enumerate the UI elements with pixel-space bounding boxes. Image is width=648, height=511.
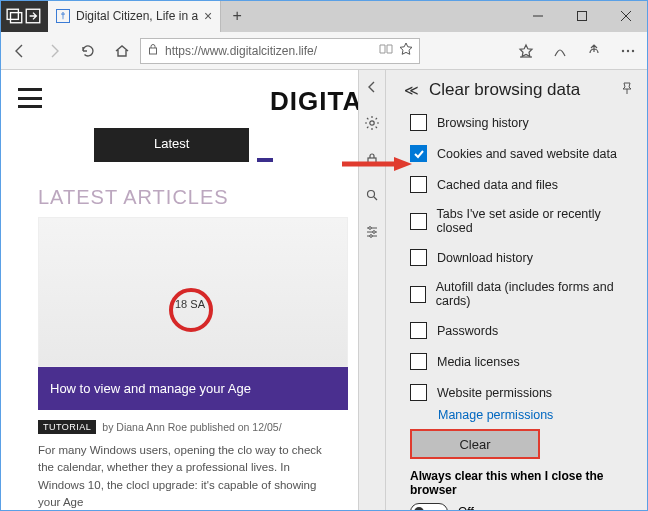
search-rail-icon[interactable] xyxy=(361,184,383,206)
pin-icon[interactable] xyxy=(620,81,634,99)
toggle-state: Off xyxy=(458,505,474,511)
hamburger-menu-icon[interactable] xyxy=(18,88,42,108)
window-controls xyxy=(516,0,648,32)
sliders-icon[interactable] xyxy=(361,220,383,242)
panel-back-icon[interactable]: ≪ xyxy=(404,82,419,98)
checkbox-label: Autofill data (includes forms and cards) xyxy=(436,280,634,308)
svg-rect-7 xyxy=(150,48,157,54)
checkbox-website-permissions[interactable]: Website permissions xyxy=(410,384,634,401)
checkbox-label: Cached data and files xyxy=(437,178,558,192)
tab-title: Digital Citizen, Life in a xyxy=(76,9,198,23)
chevron-left-icon[interactable] xyxy=(361,76,383,98)
url-text: https://www.digitalcitizen.life/ xyxy=(165,44,373,58)
refresh-button[interactable] xyxy=(72,35,104,67)
checkbox-icon[interactable] xyxy=(410,384,427,401)
checkbox-icon[interactable] xyxy=(410,114,427,131)
svg-rect-4 xyxy=(578,12,587,21)
svg-point-9 xyxy=(622,49,624,51)
clear-button[interactable]: Clear xyxy=(410,429,540,459)
checkbox-label: Website permissions xyxy=(437,386,552,400)
window-titlebar: † Digital Citizen, Life in a × + xyxy=(0,0,648,32)
svg-point-11 xyxy=(632,49,634,51)
checkbox-cached[interactable]: Cached data and files xyxy=(410,176,634,193)
favorites-button[interactable] xyxy=(510,35,542,67)
svg-rect-0 xyxy=(7,9,18,19)
back-button[interactable] xyxy=(4,35,36,67)
clear-browsing-data-panel: ≪ Clear browsing data Browsing history C… xyxy=(386,70,648,511)
checkbox-icon[interactable] xyxy=(410,213,427,230)
article-excerpt: For many Windows users, opening the clo … xyxy=(38,442,338,511)
checkbox-label: Tabs I've set aside or recently closed xyxy=(437,207,634,235)
close-window-button[interactable] xyxy=(604,0,648,32)
checkbox-icon[interactable] xyxy=(410,322,427,339)
more-button[interactable] xyxy=(612,35,644,67)
gear-icon[interactable] xyxy=(361,112,383,134)
always-clear-label: Always clear this when I close the brows… xyxy=(410,469,634,497)
checkbox-passwords[interactable]: Passwords xyxy=(410,322,634,339)
checkbox-browsing-history[interactable]: Browsing history xyxy=(410,114,634,131)
byline-text: by Diana Ann Roe published on 12/05/ xyxy=(102,421,281,433)
svg-point-14 xyxy=(368,191,375,198)
minimize-button[interactable] xyxy=(516,0,560,32)
manage-permissions-link[interactable]: Manage permissions xyxy=(438,408,553,422)
address-bar: https://www.digitalcitizen.life/ xyxy=(0,32,648,70)
svg-point-10 xyxy=(627,49,629,51)
favicon-icon: † xyxy=(56,9,70,23)
checkbox-cookies[interactable]: Cookies and saved website data xyxy=(410,145,634,162)
checkbox-icon[interactable] xyxy=(410,286,426,303)
svg-line-15 xyxy=(374,197,377,200)
checkbox-autofill[interactable]: Autofill data (includes forms and cards) xyxy=(410,280,634,308)
checkbox-download-history[interactable]: Download history xyxy=(410,249,634,266)
browser-tab[interactable]: † Digital Citizen, Life in a × xyxy=(48,0,221,32)
url-box[interactable]: https://www.digitalcitizen.life/ xyxy=(140,38,420,64)
forward-button[interactable] xyxy=(38,35,70,67)
tab-indicator[interactable] xyxy=(257,128,273,162)
calendar-day: 18 SA xyxy=(175,298,205,310)
share-button[interactable] xyxy=(578,35,610,67)
set-tabs-aside-icon[interactable] xyxy=(24,7,42,25)
svg-rect-13 xyxy=(368,158,376,164)
maximize-button[interactable] xyxy=(560,0,604,32)
article-title[interactable]: How to view and manage your Age xyxy=(38,367,348,410)
panel-title: Clear browsing data xyxy=(429,80,610,100)
checkbox-icon[interactable] xyxy=(410,249,427,266)
close-tab-icon[interactable]: × xyxy=(204,8,212,24)
tabs-aside-group xyxy=(0,0,48,32)
notes-button[interactable] xyxy=(544,35,576,67)
lock-rail-icon[interactable] xyxy=(361,148,383,170)
checkbox-label: Browsing history xyxy=(437,116,529,130)
svg-point-19 xyxy=(369,227,372,230)
svg-rect-1 xyxy=(11,13,22,23)
article-image[interactable]: 18 SA xyxy=(38,217,348,367)
home-button[interactable] xyxy=(106,35,138,67)
checkbox-icon[interactable] xyxy=(410,176,427,193)
favorite-star-icon[interactable] xyxy=(399,42,413,59)
checkbox-label: Download history xyxy=(437,251,533,265)
checkbox-media-licenses[interactable]: Media licenses xyxy=(410,353,634,370)
svg-point-12 xyxy=(370,121,374,125)
checkbox-icon[interactable] xyxy=(410,353,427,370)
svg-point-20 xyxy=(373,231,376,234)
settings-rail xyxy=(358,70,386,511)
panel-header: ≪ Clear browsing data xyxy=(404,80,634,100)
always-clear-toggle-row: Off xyxy=(410,503,634,511)
checkbox-tabs-aside[interactable]: Tabs I've set aside or recently closed xyxy=(410,207,634,235)
svg-point-21 xyxy=(370,235,373,238)
tab-latest[interactable]: Latest xyxy=(94,128,249,162)
tutorial-badge: TUTORIAL xyxy=(38,420,96,434)
new-tab-button[interactable]: + xyxy=(221,0,253,32)
tabs-aside-icon[interactable] xyxy=(6,7,24,25)
checkbox-label: Passwords xyxy=(437,324,498,338)
checkbox-label: Media licenses xyxy=(437,355,520,369)
lock-icon xyxy=(147,43,159,58)
toggle-switch[interactable] xyxy=(410,503,448,511)
checkbox-label: Cookies and saved website data xyxy=(437,147,617,161)
reading-view-icon[interactable] xyxy=(379,43,393,58)
checkbox-icon[interactable] xyxy=(410,145,427,162)
